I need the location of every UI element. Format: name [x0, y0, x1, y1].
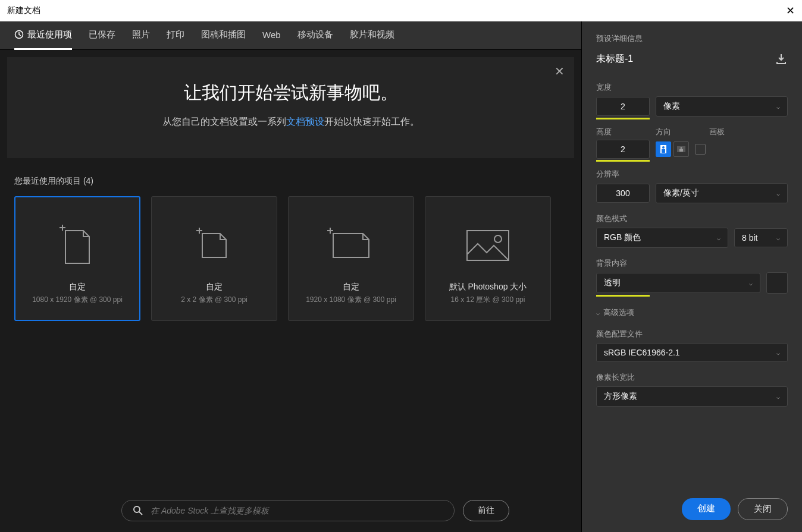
hero-banner: ✕ 让我们开始尝试新事物吧。 从您自己的文档设置或一系列文档预设开始以快速开始工… — [7, 57, 574, 158]
tab-web[interactable]: Web — [262, 21, 281, 50]
close-icon[interactable]: ✕ — [786, 4, 795, 17]
orientation-portrait-button[interactable] — [656, 141, 671, 157]
hero-title: 让我们开始尝试新事物吧。 — [31, 81, 550, 105]
tab-mobile[interactable]: 移动设备 — [297, 21, 333, 50]
svg-rect-1 — [467, 231, 509, 260]
background-select[interactable]: 透明⌵ — [596, 273, 760, 293]
pixel-aspect-select[interactable]: 方形像素⌵ — [596, 386, 788, 407]
color-profile-select[interactable]: sRGB IEC61966-2.1⌵ — [596, 343, 788, 362]
orientation-label: 方向 — [656, 127, 703, 137]
preset-item[interactable]: 自定 1920 x 1080 像素 @ 300 ppi — [288, 196, 414, 321]
svg-point-5 — [662, 146, 665, 149]
search-input[interactable] — [151, 506, 443, 515]
tab-recent-label: 最近使用项 — [27, 29, 72, 40]
category-tabs: 最近使用项 已保存 照片 打印 图稿和插图 Web 移动设备 胶片和视频 — [0, 21, 581, 50]
width-unit-select[interactable]: 像素⌵ — [656, 96, 788, 117]
highlight-line — [596, 160, 650, 162]
preset-grid: 自定 1080 x 1920 像素 @ 300 ppi 自定 2 x 2 像素 … — [0, 190, 581, 327]
tab-art[interactable]: 图稿和插图 — [201, 21, 246, 50]
chevron-down-icon: ⌵ — [717, 235, 720, 241]
search-icon — [133, 505, 143, 516]
width-input[interactable] — [596, 97, 650, 116]
chevron-down-icon: ⌵ — [776, 235, 780, 241]
height-label: 高度 — [596, 127, 650, 137]
window-title: 新建文档 — [7, 5, 40, 16]
artboard-label: 画板 — [709, 127, 739, 137]
resolution-unit-select[interactable]: 像素/英寸⌵ — [656, 183, 788, 203]
chevron-down-icon: ⌵ — [749, 280, 753, 287]
tab-recent[interactable]: 最近使用项 — [14, 21, 72, 50]
color-profile-label: 颜色配置文件 — [596, 329, 788, 339]
preset-sub: 16 x 12 厘米 @ 300 ppi — [451, 295, 525, 305]
preset-name: 自定 — [343, 282, 359, 292]
pixel-aspect-label: 像素长宽比 — [596, 372, 788, 383]
preset-sub: 2 x 2 像素 @ 300 ppi — [181, 295, 248, 305]
clock-icon — [14, 30, 24, 39]
tab-film[interactable]: 胶片和视频 — [350, 21, 394, 50]
chevron-down-icon: ⌵ — [776, 394, 780, 400]
svg-point-3 — [134, 506, 140, 512]
svg-rect-6 — [662, 149, 665, 153]
bit-depth-select[interactable]: 8 bit⌵ — [734, 228, 788, 247]
panel-title: 预设详细信息 — [596, 33, 788, 44]
preset-name: 默认 Photoshop 大小 — [449, 282, 527, 292]
color-mode-label: 颜色模式 — [596, 213, 788, 224]
height-input[interactable] — [596, 140, 650, 159]
chevron-down-icon: ⌵ — [596, 310, 600, 316]
preset-details-panel: 预设详细信息 未标题-1 宽度 像素⌵ 高度 方向 画板 — [582, 21, 802, 532]
artboard-checkbox[interactable] — [695, 144, 706, 155]
landscape-doc-icon — [324, 213, 378, 278]
tab-saved[interactable]: 已保存 — [89, 21, 115, 50]
preset-name: 自定 — [206, 282, 223, 292]
chevron-down-icon: ⌵ — [776, 190, 780, 197]
chevron-down-icon: ⌵ — [776, 350, 780, 356]
image-icon — [461, 213, 515, 278]
recent-items-label: 您最近使用的项目 (4) — [0, 165, 581, 190]
hero-subtitle: 从您自己的文档设置或一系列文档预设开始以快速开始工作。 — [31, 116, 550, 128]
tab-photo[interactable]: 照片 — [132, 21, 150, 50]
stock-search[interactable] — [121, 500, 455, 521]
tab-print[interactable]: 打印 — [167, 21, 184, 50]
color-mode-select[interactable]: RGB 颜色⌵ — [596, 228, 728, 248]
background-label: 背景内容 — [596, 258, 788, 269]
resolution-input[interactable] — [596, 184, 650, 203]
width-label: 宽度 — [596, 82, 788, 93]
preset-item[interactable]: 默认 Photoshop 大小 16 x 12 厘米 @ 300 ppi — [425, 196, 551, 321]
resolution-label: 分辨率 — [596, 169, 788, 180]
preset-sub: 1920 x 1080 像素 @ 300 ppi — [306, 295, 396, 305]
close-button[interactable]: 关闭 — [738, 498, 788, 520]
svg-rect-9 — [679, 149, 683, 152]
square-doc-icon — [193, 213, 235, 278]
preset-name: 自定 — [69, 282, 86, 292]
preset-item[interactable]: 自定 1080 x 1920 像素 @ 300 ppi — [14, 196, 140, 321]
go-button[interactable]: 前往 — [463, 500, 509, 521]
highlight-line — [596, 295, 650, 297]
doc-name[interactable]: 未标题-1 — [596, 53, 633, 65]
chevron-down-icon: ⌵ — [776, 103, 780, 110]
portrait-doc-icon — [57, 213, 98, 278]
presets-link[interactable]: 文档预设 — [286, 117, 324, 127]
hero-close-icon[interactable]: ✕ — [554, 64, 565, 78]
svg-point-8 — [681, 147, 682, 149]
create-button[interactable]: 创建 — [682, 498, 731, 520]
save-preset-icon[interactable] — [775, 52, 788, 65]
titlebar: 新建文档 ✕ — [0, 0, 802, 21]
background-color-swatch[interactable] — [766, 272, 788, 294]
advanced-toggle[interactable]: ⌵ 高级选项 — [596, 307, 788, 318]
svg-point-2 — [494, 235, 502, 243]
orientation-landscape-button[interactable] — [673, 141, 689, 157]
preset-sub: 1080 x 1920 像素 @ 300 ppi — [32, 295, 123, 305]
preset-item[interactable]: 自定 2 x 2 像素 @ 300 ppi — [151, 196, 277, 321]
highlight-line — [596, 118, 650, 119]
